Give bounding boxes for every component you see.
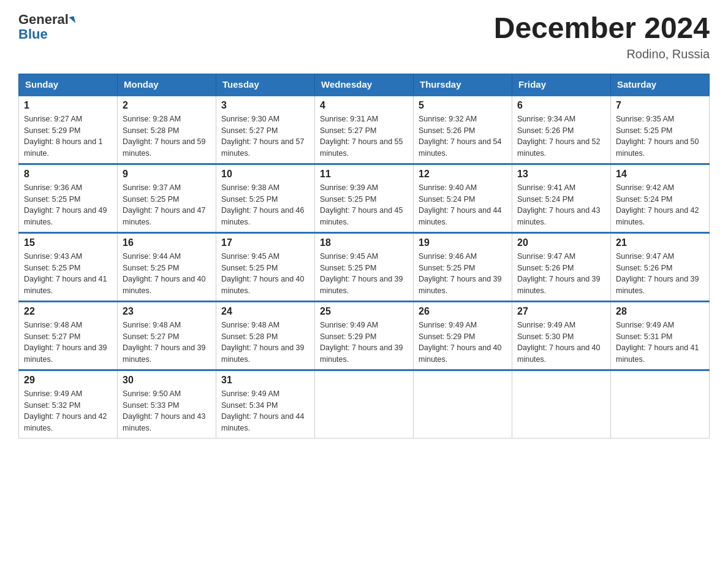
- logo-blue: Blue: [18, 26, 48, 42]
- calendar-cell: 26 Sunrise: 9:49 AMSunset: 5:29 PMDaylig…: [414, 301, 512, 370]
- day-info: Sunrise: 9:27 AMSunset: 5:29 PMDaylight:…: [24, 113, 112, 159]
- day-number: 6: [517, 100, 605, 111]
- day-info: Sunrise: 9:47 AMSunset: 5:26 PMDaylight:…: [616, 251, 704, 297]
- day-info: Sunrise: 9:32 AMSunset: 5:26 PMDaylight:…: [419, 113, 507, 159]
- day-number: 1: [24, 100, 112, 111]
- day-number: 14: [616, 169, 704, 180]
- day-info: Sunrise: 9:44 AMSunset: 5:25 PMDaylight:…: [123, 251, 211, 297]
- day-number: 2: [123, 100, 211, 111]
- day-info: Sunrise: 9:50 AMSunset: 5:33 PMDaylight:…: [123, 388, 211, 434]
- calendar-cell: 22 Sunrise: 9:48 AMSunset: 5:27 PMDaylig…: [19, 301, 118, 370]
- day-number: 16: [123, 237, 211, 248]
- page-header: General Blue December 2024 Rodino, Russi…: [18, 12, 710, 61]
- calendar-cell: 28 Sunrise: 9:49 AMSunset: 5:31 PMDaylig…: [611, 301, 710, 370]
- col-sunday: Sunday: [19, 74, 118, 95]
- day-info: Sunrise: 9:28 AMSunset: 5:28 PMDaylight:…: [123, 113, 211, 159]
- day-info: Sunrise: 9:43 AMSunset: 5:25 PMDaylight:…: [24, 251, 112, 297]
- calendar-cell: 1 Sunrise: 9:27 AMSunset: 5:29 PMDayligh…: [19, 95, 118, 164]
- calendar-cell: 19 Sunrise: 9:46 AMSunset: 5:25 PMDaylig…: [414, 232, 512, 301]
- calendar-cell: 2 Sunrise: 9:28 AMSunset: 5:28 PMDayligh…: [118, 95, 216, 164]
- day-number: 8: [24, 169, 112, 180]
- week-row-2: 8 Sunrise: 9:36 AMSunset: 5:25 PMDayligh…: [19, 164, 710, 232]
- col-monday: Monday: [118, 74, 216, 95]
- week-row-1: 1 Sunrise: 9:27 AMSunset: 5:29 PMDayligh…: [19, 95, 710, 164]
- week-row-3: 15 Sunrise: 9:43 AMSunset: 5:25 PMDaylig…: [19, 232, 710, 301]
- calendar-cell: 13 Sunrise: 9:41 AMSunset: 5:24 PMDaylig…: [512, 164, 611, 232]
- day-number: 20: [517, 237, 605, 248]
- calendar-cell: 17 Sunrise: 9:45 AMSunset: 5:25 PMDaylig…: [216, 232, 315, 301]
- calendar-cell: 8 Sunrise: 9:36 AMSunset: 5:25 PMDayligh…: [19, 164, 118, 232]
- week-row-5: 29 Sunrise: 9:49 AMSunset: 5:32 PMDaylig…: [19, 370, 710, 438]
- col-wednesday: Wednesday: [315, 74, 414, 95]
- calendar-cell: 23 Sunrise: 9:48 AMSunset: 5:27 PMDaylig…: [118, 301, 216, 370]
- calendar-cell: 30 Sunrise: 9:50 AMSunset: 5:33 PMDaylig…: [118, 370, 216, 438]
- day-number: 21: [616, 237, 704, 248]
- logo-general: General: [18, 12, 69, 27]
- calendar-cell: [611, 370, 710, 438]
- day-number: 15: [24, 237, 112, 248]
- day-info: Sunrise: 9:37 AMSunset: 5:25 PMDaylight:…: [123, 182, 211, 228]
- week-row-4: 22 Sunrise: 9:48 AMSunset: 5:27 PMDaylig…: [19, 301, 710, 370]
- col-tuesday: Tuesday: [216, 74, 315, 95]
- header-row: Sunday Monday Tuesday Wednesday Thursday…: [19, 74, 710, 95]
- calendar-cell: 29 Sunrise: 9:49 AMSunset: 5:32 PMDaylig…: [19, 370, 118, 438]
- day-info: Sunrise: 9:40 AMSunset: 5:24 PMDaylight:…: [419, 182, 507, 228]
- day-info: Sunrise: 9:47 AMSunset: 5:26 PMDaylight:…: [517, 251, 605, 297]
- col-thursday: Thursday: [414, 74, 512, 95]
- calendar-cell: 31 Sunrise: 9:49 AMSunset: 5:34 PMDaylig…: [216, 370, 315, 438]
- title-area: December 2024 Rodino, Russia: [494, 12, 710, 61]
- day-number: 3: [221, 100, 309, 111]
- day-info: Sunrise: 9:42 AMSunset: 5:24 PMDaylight:…: [616, 182, 704, 228]
- calendar-cell: 12 Sunrise: 9:40 AMSunset: 5:24 PMDaylig…: [414, 164, 512, 232]
- day-info: Sunrise: 9:36 AMSunset: 5:25 PMDaylight:…: [24, 182, 112, 228]
- calendar-subtitle: Rodino, Russia: [494, 47, 710, 61]
- day-info: Sunrise: 9:49 AMSunset: 5:29 PMDaylight:…: [419, 320, 507, 366]
- day-number: 26: [419, 306, 507, 317]
- day-info: Sunrise: 9:49 AMSunset: 5:30 PMDaylight:…: [517, 320, 605, 366]
- calendar-cell: 16 Sunrise: 9:44 AMSunset: 5:25 PMDaylig…: [118, 232, 216, 301]
- calendar-cell: [414, 370, 512, 438]
- day-info: Sunrise: 9:46 AMSunset: 5:25 PMDaylight:…: [419, 251, 507, 297]
- day-info: Sunrise: 9:41 AMSunset: 5:24 PMDaylight:…: [517, 182, 605, 228]
- day-info: Sunrise: 9:49 AMSunset: 5:29 PMDaylight:…: [320, 320, 408, 366]
- day-number: 30: [123, 375, 211, 386]
- day-number: 23: [123, 306, 211, 317]
- day-number: 29: [24, 375, 112, 386]
- calendar-cell: 9 Sunrise: 9:37 AMSunset: 5:25 PMDayligh…: [118, 164, 216, 232]
- calendar-cell: 3 Sunrise: 9:30 AMSunset: 5:27 PMDayligh…: [216, 95, 315, 164]
- day-info: Sunrise: 9:39 AMSunset: 5:25 PMDaylight:…: [320, 182, 408, 228]
- day-number: 27: [517, 306, 605, 317]
- calendar-cell: 21 Sunrise: 9:47 AMSunset: 5:26 PMDaylig…: [611, 232, 710, 301]
- calendar-table: Sunday Monday Tuesday Wednesday Thursday…: [18, 74, 710, 439]
- day-info: Sunrise: 9:45 AMSunset: 5:25 PMDaylight:…: [320, 251, 408, 297]
- calendar-cell: 24 Sunrise: 9:48 AMSunset: 5:28 PMDaylig…: [216, 301, 315, 370]
- day-number: 22: [24, 306, 112, 317]
- calendar-cell: 18 Sunrise: 9:45 AMSunset: 5:25 PMDaylig…: [315, 232, 414, 301]
- day-info: Sunrise: 9:35 AMSunset: 5:25 PMDaylight:…: [616, 113, 704, 159]
- day-info: Sunrise: 9:45 AMSunset: 5:25 PMDaylight:…: [221, 251, 309, 297]
- day-number: 11: [320, 169, 408, 180]
- calendar-cell: 7 Sunrise: 9:35 AMSunset: 5:25 PMDayligh…: [611, 95, 710, 164]
- day-info: Sunrise: 9:49 AMSunset: 5:34 PMDaylight:…: [221, 388, 309, 434]
- day-number: 28: [616, 306, 704, 317]
- calendar-cell: 4 Sunrise: 9:31 AMSunset: 5:27 PMDayligh…: [315, 95, 414, 164]
- logo-triangle-icon: [69, 16, 76, 25]
- calendar-cell: 10 Sunrise: 9:38 AMSunset: 5:25 PMDaylig…: [216, 164, 315, 232]
- calendar-cell: 5 Sunrise: 9:32 AMSunset: 5:26 PMDayligh…: [414, 95, 512, 164]
- calendar-cell: 27 Sunrise: 9:49 AMSunset: 5:30 PMDaylig…: [512, 301, 611, 370]
- day-number: 4: [320, 100, 408, 111]
- day-info: Sunrise: 9:49 AMSunset: 5:32 PMDaylight:…: [24, 388, 112, 434]
- day-number: 17: [221, 237, 309, 248]
- logo: General Blue: [18, 12, 75, 42]
- day-number: 24: [221, 306, 309, 317]
- day-info: Sunrise: 9:49 AMSunset: 5:31 PMDaylight:…: [616, 320, 704, 366]
- day-number: 19: [419, 237, 507, 248]
- day-info: Sunrise: 9:48 AMSunset: 5:27 PMDaylight:…: [123, 320, 211, 366]
- day-info: Sunrise: 9:30 AMSunset: 5:27 PMDaylight:…: [221, 113, 309, 159]
- day-number: 13: [517, 169, 605, 180]
- day-number: 25: [320, 306, 408, 317]
- calendar-cell: [315, 370, 414, 438]
- calendar-cell: 25 Sunrise: 9:49 AMSunset: 5:29 PMDaylig…: [315, 301, 414, 370]
- day-number: 31: [221, 375, 309, 386]
- calendar-cell: 6 Sunrise: 9:34 AMSunset: 5:26 PMDayligh…: [512, 95, 611, 164]
